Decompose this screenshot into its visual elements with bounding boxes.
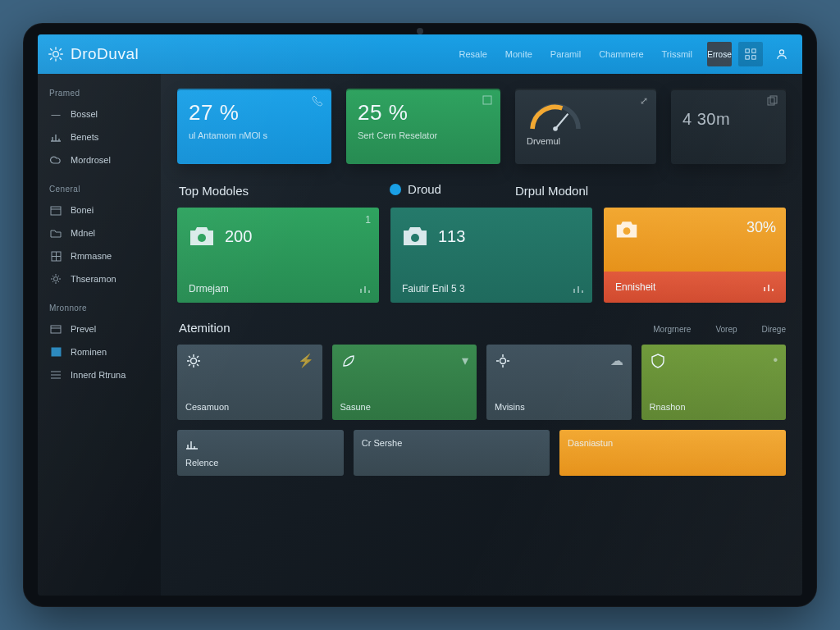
svg-rect-5 [51, 207, 61, 215]
module-1-value: 113 [438, 227, 582, 246]
svg-rect-14 [770, 96, 777, 103]
nav-link-3[interactable]: Chammere [591, 43, 651, 66]
stat-card-2[interactable]: ⤢ Drvemul [515, 89, 656, 164]
sidebar-item-7[interactable]: Prevel [43, 317, 156, 340]
square-icon [482, 95, 492, 105]
stat-card-1[interactable]: 25 % Sert Cern Reselator [346, 89, 500, 164]
nav-link-4[interactable]: Trissmil [654, 43, 701, 66]
nav-link-5[interactable]: Errose [707, 42, 732, 66]
stat-3-value: 4 30m [682, 110, 774, 129]
svg-point-18 [191, 358, 197, 363]
tile-b2[interactable]: Dasniastun [559, 430, 786, 476]
copy-icon [767, 95, 778, 106]
tile-b1-label: Cr Sershe [362, 438, 541, 448]
section-drpul: Drpul Modonl [515, 184, 588, 198]
section-droud: Droud [390, 182, 441, 196]
user-icon [777, 48, 787, 60]
tile-1[interactable]: ▾ Sasune [332, 345, 477, 420]
sidebar-group-1: Pramed [43, 82, 156, 103]
module-2-value: 30% [746, 219, 776, 236]
svg-rect-13 [768, 98, 774, 105]
nav-link-1[interactable]: Monite [497, 43, 541, 66]
module-card-2[interactable]: 30% Ennisheit [604, 208, 786, 303]
cloud-small-icon: ☁ [610, 353, 623, 368]
svg-rect-10 [483, 96, 491, 104]
tile-2-label: Mvisins [495, 402, 623, 412]
svg-point-7 [54, 277, 58, 281]
leaf-icon [340, 353, 357, 369]
sidebar-group-2: Ceneral [43, 178, 156, 199]
card-icon [49, 323, 62, 335]
tile-0-label: Cesamuon [185, 402, 314, 412]
dot-icon [390, 184, 401, 195]
sidebar: Pramed —Bossel Benets Mordrosel Ceneral … [38, 74, 161, 596]
nav-link-2[interactable]: Paramil [542, 43, 589, 66]
stat-0-value: 27 % [189, 100, 320, 126]
stat-card-3[interactable]: 4 30m [671, 89, 786, 164]
module-0-mini: 1 [365, 214, 371, 226]
svg-point-17 [623, 227, 631, 235]
brand-text: DroDuval [71, 45, 139, 63]
tile-0[interactable]: ⚡ Cesamuon [177, 345, 322, 420]
svg-rect-1 [752, 49, 756, 52]
bolt-icon: ⚡ [298, 353, 314, 368]
svg-rect-0 [746, 49, 749, 52]
sidebar-item-9[interactable]: Innerd Rtruna [43, 363, 156, 386]
meta-right: Direge [762, 325, 786, 334]
bars-icon [573, 283, 584, 294]
brand[interactable]: DroDuval [48, 45, 139, 63]
sidebar-item-5[interactable]: Rmmasne [43, 244, 156, 267]
tile-b1[interactable]: Cr Sershe [354, 430, 550, 476]
gear-small-icon [49, 273, 62, 285]
grid-icon [745, 48, 756, 60]
bars-icon [359, 283, 371, 294]
body: Pramed —Bossel Benets Mordrosel Ceneral … [38, 74, 802, 596]
dot-icon: • [773, 353, 778, 368]
topicon-grid[interactable] [738, 42, 763, 66]
camera-icon [614, 217, 640, 240]
sidebar-item-0[interactable]: —Bossel [43, 103, 156, 126]
window-icon [49, 346, 62, 358]
svg-rect-8 [51, 326, 61, 333]
module-card-1[interactable]: 113 Faiutir Enil 5 3 [390, 208, 592, 303]
folder-icon [49, 227, 62, 239]
svg-line-12 [555, 114, 568, 129]
topicon-user[interactable] [769, 42, 794, 66]
tile-b2-label: Dasniastun [568, 438, 778, 448]
tablet-frame: DroDuval Resale Monite Paramil Chammere … [23, 23, 817, 607]
sidebar-item-3[interactable]: Bonei [43, 199, 156, 221]
stat-card-0[interactable]: 27 % ul Antamom nMOl s [177, 89, 331, 164]
gear-icon [48, 46, 64, 62]
svg-point-15 [198, 234, 206, 242]
camera-dot [417, 28, 423, 34]
sidebar-item-1[interactable]: Benets [43, 126, 156, 148]
tile-b0[interactable]: Relence [177, 430, 344, 476]
svg-point-4 [779, 50, 783, 54]
svg-rect-2 [746, 56, 749, 59]
shield-icon [650, 353, 666, 369]
module-1-title: Faiutir Enil 5 3 [402, 283, 465, 294]
dash-icon: — [49, 108, 62, 120]
module-icon [49, 250, 62, 262]
sidebar-item-8[interactable]: Rominen [43, 340, 156, 363]
nav-link-0[interactable]: Resale [451, 43, 495, 66]
meta-mid: Vorep [715, 325, 737, 334]
sidebar-item-6[interactable]: Thseramon [43, 267, 156, 290]
calendar-icon [49, 204, 62, 216]
chart-icon [185, 438, 199, 450]
tile-2[interactable]: ☁ Mvisins [486, 345, 632, 420]
chart-icon [49, 131, 62, 143]
module-card-0[interactable]: 1 200 Drmejam [177, 208, 379, 303]
tile-3[interactable]: • Rnashon [641, 345, 787, 420]
stat-0-label: ul Antamom nMOl s [189, 130, 320, 140]
bottom-row: Relence Cr Sershe Dasniastun [177, 430, 786, 476]
camera-icon [187, 222, 217, 249]
nav-links: Resale Monite Paramil Chammere Trissmil … [451, 42, 794, 66]
list-icon [49, 369, 62, 381]
drop-icon: ▾ [462, 353, 468, 368]
expand-icon: ⤢ [640, 95, 648, 107]
sidebar-item-2[interactable]: Mordrosel [43, 148, 156, 171]
stats-row: 27 % ul Antamom nMOl s 25 % Sert Cern Re… [177, 89, 786, 164]
sidebar-item-4[interactable]: Mdnel [43, 221, 156, 244]
tile-3-label: Rnashon [650, 402, 778, 412]
